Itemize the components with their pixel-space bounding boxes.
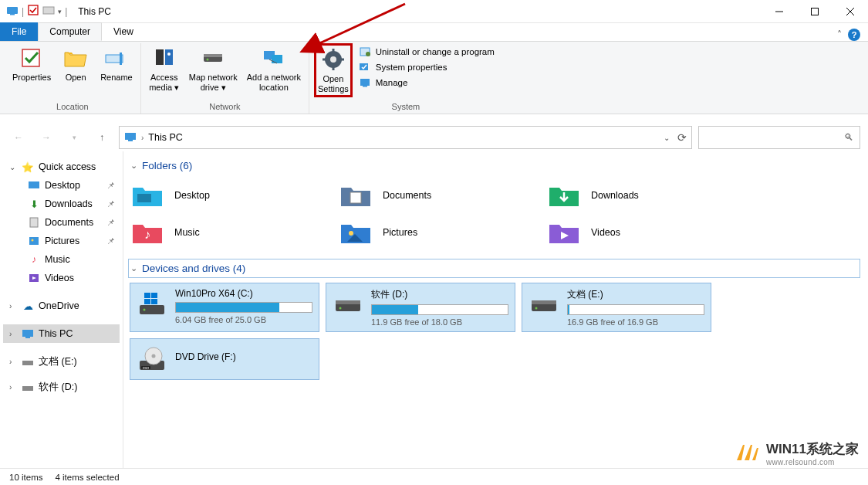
svg-point-58 bbox=[535, 307, 538, 310]
nav-downloads[interactable]: ⬇Downloads📌︎ bbox=[3, 195, 120, 213]
tab-computer[interactable]: Computer bbox=[38, 22, 102, 41]
content-area: ⌄ Folders (6) Desktop Documents Download… bbox=[123, 151, 868, 468]
svg-rect-28 bbox=[360, 63, 368, 70]
svg-rect-3 bbox=[43, 7, 54, 14]
nav-quick-access[interactable]: ⌄ ⭐ Quick access bbox=[3, 158, 120, 176]
folders-section-header[interactable]: ⌄ Folders (6) bbox=[128, 156, 860, 175]
access-media-button[interactable]: Access media ▾ bbox=[146, 43, 183, 93]
refresh-icon[interactable]: ⟳ bbox=[677, 131, 687, 144]
add-network-location-button[interactable]: Add a network location bbox=[244, 43, 304, 93]
chevron-right-icon[interactable]: › bbox=[9, 383, 17, 392]
chevron-down-icon[interactable]: ⌄ bbox=[9, 163, 17, 171]
ribbon-collapse-icon[interactable]: ˄ bbox=[837, 29, 842, 40]
svg-rect-42 bbox=[22, 386, 33, 391]
qat-dropdown-icon[interactable]: ▾ bbox=[58, 8, 62, 15]
open-button[interactable]: Open bbox=[57, 43, 94, 83]
ribbon-group-network: Access media ▾ Map network drive ▾ Add a… bbox=[141, 43, 309, 114]
chevron-right-icon[interactable]: › bbox=[9, 358, 17, 366]
svg-rect-24 bbox=[323, 59, 326, 61]
up-button[interactable]: ↑ bbox=[91, 127, 113, 148]
folder-downloads[interactable]: Downloads bbox=[546, 180, 724, 211]
dvd-drive-icon: DVD bbox=[137, 344, 167, 375]
svg-rect-50 bbox=[151, 293, 157, 298]
documents-folder-icon bbox=[339, 181, 372, 209]
qat-separator: | bbox=[22, 6, 24, 17]
svg-rect-49 bbox=[144, 293, 150, 298]
videos-icon bbox=[28, 272, 40, 284]
nav-pictures[interactable]: Pictures📌︎ bbox=[3, 232, 120, 250]
nav-videos[interactable]: Videos bbox=[3, 269, 120, 287]
svg-rect-5 bbox=[812, 8, 819, 15]
drive-e[interactable]: 文档 (E:)16.9 GB free of 16.9 GB bbox=[522, 283, 711, 332]
nav-music[interactable]: ♪Music bbox=[3, 250, 120, 269]
svg-rect-35 bbox=[30, 218, 38, 227]
drive-d[interactable]: 软件 (D:)11.9 GB free of 18.0 GB bbox=[326, 283, 515, 332]
properties-icon bbox=[19, 45, 45, 71]
pin-icon: 📌︎ bbox=[106, 218, 115, 227]
maximize-button[interactable] bbox=[797, 0, 833, 23]
help-icon[interactable]: ? bbox=[848, 29, 860, 41]
svg-rect-33 bbox=[128, 140, 133, 141]
qat-separator: | bbox=[65, 6, 67, 17]
tab-file[interactable]: File bbox=[0, 22, 38, 41]
manage-icon bbox=[359, 76, 371, 89]
add-network-icon bbox=[261, 45, 287, 71]
address-chevron-icon[interactable]: › bbox=[141, 134, 144, 142]
folder-desktop[interactable]: Desktop bbox=[130, 180, 307, 211]
manage-button[interactable]: Manage bbox=[356, 76, 498, 90]
chevron-right-icon[interactable]: › bbox=[9, 330, 17, 338]
downloads-folder-icon bbox=[548, 181, 580, 209]
status-bar: 10 items 4 items selected bbox=[0, 468, 868, 485]
svg-point-16 bbox=[207, 59, 209, 61]
svg-rect-52 bbox=[151, 299, 157, 304]
uninstall-program-button[interactable]: Uninstall or change a program bbox=[356, 45, 498, 59]
svg-rect-57 bbox=[532, 300, 556, 304]
qat-properties-icon[interactable] bbox=[27, 4, 39, 19]
folder-music[interactable]: ♪Music bbox=[130, 217, 307, 248]
pin-icon: 📌︎ bbox=[106, 181, 115, 190]
drive-c[interactable]: Win10Pro X64 (C:)6.04 GB free of 25.0 GB bbox=[130, 283, 319, 332]
documents-icon bbox=[28, 216, 40, 229]
qat-folder-icon[interactable] bbox=[42, 4, 55, 19]
network-drive-icon bbox=[200, 45, 226, 71]
folder-documents[interactable]: Documents bbox=[338, 180, 515, 211]
nav-drive-d[interactable]: ›软件 (D:) bbox=[3, 378, 120, 397]
app-icon bbox=[6, 4, 19, 19]
close-button[interactable] bbox=[833, 0, 868, 23]
open-settings-button[interactable]: Open Settings bbox=[314, 43, 353, 97]
svg-rect-2 bbox=[29, 5, 38, 15]
rename-button[interactable]: Rename bbox=[97, 43, 136, 83]
system-properties-button[interactable]: System properties bbox=[356, 60, 498, 74]
nav-onedrive[interactable]: ›☁OneDrive bbox=[3, 297, 120, 315]
address-dropdown-icon[interactable]: ⌄ bbox=[664, 134, 670, 142]
address-bar[interactable]: › This PC ⌄ ⟳ bbox=[119, 126, 692, 149]
breadcrumb-root[interactable]: This PC bbox=[148, 132, 182, 143]
tab-view[interactable]: View bbox=[102, 22, 145, 41]
nav-documents[interactable]: Documents📌︎ bbox=[3, 213, 120, 232]
folder-pictures[interactable]: Pictures bbox=[338, 217, 515, 248]
pc-icon bbox=[124, 131, 137, 145]
svg-point-13 bbox=[167, 53, 171, 56]
svg-rect-39 bbox=[22, 330, 33, 337]
usage-bar bbox=[567, 304, 704, 315]
drive-f-dvd[interactable]: DVD DVD Drive (F:) bbox=[130, 338, 319, 380]
pictures-folder-icon bbox=[339, 219, 372, 246]
back-button[interactable]: ← bbox=[8, 127, 29, 148]
nav-drive-e[interactable]: ›文档 (E:) bbox=[3, 352, 120, 371]
properties-button[interactable]: Properties bbox=[9, 43, 54, 83]
svg-text:♪: ♪ bbox=[144, 228, 150, 241]
svg-rect-32 bbox=[125, 133, 136, 140]
nav-desktop[interactable]: Desktop📌︎ bbox=[3, 176, 120, 195]
chevron-right-icon[interactable]: › bbox=[9, 302, 17, 310]
ribbon-group-location: Properties Open Rename Location bbox=[5, 43, 141, 114]
history-dropdown[interactable]: ▾ bbox=[63, 127, 85, 148]
downloads-icon: ⬇ bbox=[28, 198, 40, 210]
minimize-button[interactable] bbox=[762, 0, 797, 23]
forward-button[interactable]: → bbox=[35, 127, 57, 148]
folder-videos[interactable]: Videos bbox=[546, 217, 724, 248]
nav-this-pc[interactable]: ›This PC bbox=[3, 324, 120, 343]
search-input[interactable]: 🔍︎ bbox=[698, 126, 860, 149]
map-network-drive-button[interactable]: Map network drive ▾ bbox=[186, 43, 241, 93]
pin-icon: 📌︎ bbox=[106, 236, 115, 246]
drives-section-header[interactable]: ⌄ Devices and drives (4) bbox=[128, 259, 860, 278]
